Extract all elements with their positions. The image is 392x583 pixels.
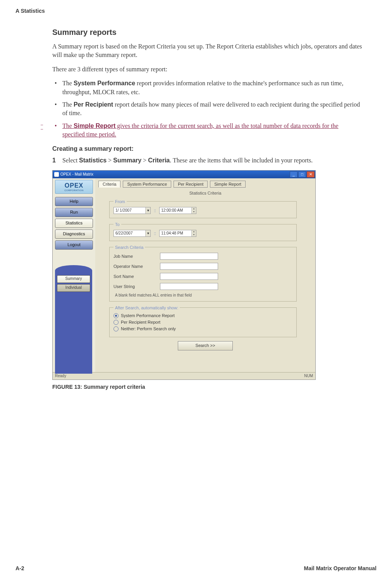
to-legend: To — [113, 222, 121, 227]
section-title: Summary reports — [52, 28, 362, 37]
tab-row: Criteria System Performance Per Recipien… — [98, 181, 312, 188]
from-legend: From — [113, 199, 127, 204]
radio-sysperf[interactable]: System Performance Report — [113, 313, 292, 318]
from-date-value: 1/ 1/2007 — [115, 208, 132, 212]
main-panel: Criteria System Performance Per Recipien… — [95, 178, 315, 372]
operator-name-input[interactable] — [160, 263, 218, 270]
window-titlebar: OPEX - Mail Matrix _ □ ✕ — [53, 171, 315, 178]
logo-text: OPEX — [65, 182, 83, 189]
sidebar-individual-button[interactable]: Individual — [57, 284, 90, 292]
step-list: 1 Select Statistics > Summary > Criteria… — [52, 156, 362, 165]
chevron-down-icon[interactable]: ▾ — [145, 207, 150, 214]
panel-title: Statistics Criteria — [98, 191, 312, 195]
bullet-list: The System Performance report provides i… — [52, 79, 362, 139]
sidebar-help-button[interactable]: Help — [55, 197, 93, 206]
insert-marker-icon: –– — [41, 122, 43, 131]
sep: > — [141, 157, 148, 164]
intro-paragraph-2: There are 3 different types of summary r… — [52, 65, 362, 74]
sidebar-logout-button[interactable]: Logout — [55, 240, 93, 250]
sort-name-label: Sort Name — [113, 274, 160, 279]
sidebar-run-button[interactable]: Run — [55, 208, 93, 217]
opex-logo: OPEX CORPORATION — [55, 180, 93, 194]
sidebar-summary-button[interactable]: Summary — [57, 275, 90, 283]
app-icon — [54, 172, 59, 177]
bullet-per-recipient: The Per Recipient report details how man… — [52, 100, 362, 118]
to-date-value: 6/22/2007 — [115, 231, 133, 235]
tab-per-recipient[interactable]: Per Recipient — [174, 181, 208, 188]
search-hint: A blank field matches ALL entries in tha… — [115, 293, 292, 297]
user-string-input[interactable] — [160, 283, 218, 290]
intro-paragraph-1: A Summary report is based on the Report … — [52, 42, 362, 60]
user-string-label: User String — [113, 284, 160, 289]
chevron-down-icon[interactable]: ▾ — [145, 230, 150, 236]
spinner-icon[interactable]: ▴▾ — [191, 207, 196, 214]
radio-neither[interactable]: Neither: Perform Search only — [113, 326, 292, 331]
sidebar: OPEX CORPORATION Help Run Statistics Dia… — [53, 178, 95, 372]
radio-label: Per Recipient Report — [121, 320, 160, 324]
search-button[interactable]: Search >> — [178, 341, 233, 350]
figure-13: OPEX - Mail Matrix _ □ ✕ OPEX CORPORATIO… — [52, 170, 316, 390]
term: System Performance — [74, 80, 135, 86]
after-legend: After Search, automatically show: — [113, 305, 180, 310]
text: The — [62, 80, 74, 86]
menu-path: Statistics — [79, 157, 107, 164]
menu-path: Summary — [113, 157, 141, 164]
to-group: To 6/22/2007 ▾ :: 11:04:48 PM ▴▾ — [109, 222, 297, 241]
from-date-input[interactable]: 1/ 1/2007 ▾ — [113, 207, 151, 214]
tab-criteria[interactable]: Criteria — [98, 181, 120, 188]
radio-label: Neither: Perform Search only — [121, 326, 176, 331]
main-content: Summary reports A Summary report is base… — [52, 23, 362, 390]
to-time-input[interactable]: 11:04:48 PM ▴▾ — [159, 230, 196, 237]
running-header: A Statistics — [15, 8, 45, 14]
from-time-input[interactable]: 12:00:00 AM ▴▾ — [159, 207, 196, 214]
bullet-system-performance: The System Performance report provides i… — [52, 79, 362, 97]
sidebar-silo: Summary Individual — [55, 265, 92, 374]
figure-caption: FIGURE 13: Summary report criteria — [52, 384, 316, 390]
to-time-value: 11:04:48 PM — [161, 231, 183, 235]
page-number: A-2 — [15, 565, 24, 571]
step-number: 1 — [52, 156, 56, 165]
spinner-icon[interactable]: ▴▾ — [191, 230, 196, 236]
from-group: From 1/ 1/2007 ▾ :: 12:00:00 AM ▴▾ — [109, 199, 297, 218]
separator: :: — [154, 231, 156, 236]
maximize-button[interactable]: □ — [298, 171, 306, 178]
sep: > — [107, 157, 113, 164]
status-left: Ready — [55, 374, 66, 378]
sidebar-diagnostics-button[interactable]: Diagnostics — [55, 229, 93, 239]
text: Select — [62, 157, 79, 164]
page-footer: A-2 Mail Matrix Operator Manual — [15, 565, 377, 571]
inserted-text: The Simple Report gives the criteria for… — [62, 122, 339, 138]
subheading: Creating a summary report: — [52, 145, 362, 152]
radio-perrecip[interactable]: Per Recipient Report — [113, 320, 292, 325]
term: Per Recipient — [74, 101, 113, 108]
step-1: 1 Select Statistics > Summary > Criteria… — [52, 156, 362, 165]
term: Simple Report — [74, 122, 115, 129]
minimize-button[interactable]: _ — [290, 171, 297, 178]
job-name-input[interactable] — [160, 253, 218, 260]
to-date-input[interactable]: 6/22/2007 ▾ — [113, 230, 151, 237]
radio-icon — [113, 313, 119, 318]
after-search-group: After Search, automatically show: System… — [109, 305, 297, 337]
job-name-label: Job Name — [113, 254, 160, 259]
logo-subtext: CORPORATION — [64, 189, 84, 191]
app-window: OPEX - Mail Matrix _ □ ✕ OPEX CORPORATIO… — [52, 170, 316, 380]
radio-label: System Performance Report — [121, 313, 175, 318]
tab-simple-report[interactable]: Simple Report — [210, 181, 246, 188]
search-legend: Search Criteria — [113, 245, 145, 250]
menu-path: Criteria — [148, 157, 170, 164]
text: The — [62, 122, 74, 129]
operator-name-label: Operator Name — [113, 264, 160, 269]
from-time-value: 12:00:00 AM — [161, 208, 183, 212]
window-title: OPEX - Mail Matrix — [60, 172, 93, 176]
search-criteria-group: Search Criteria Job Name Operator Name S… — [109, 245, 297, 302]
manual-title: Mail Matrix Operator Manual — [304, 565, 377, 571]
sort-name-input[interactable] — [160, 273, 218, 280]
radio-icon — [113, 326, 119, 331]
separator: :: — [154, 208, 156, 213]
tab-system-performance[interactable]: System Performance — [123, 181, 171, 188]
sidebar-statistics-button[interactable]: Statistics — [55, 219, 93, 228]
bullet-simple-report: –– The Simple Report gives the criteria … — [52, 122, 362, 139]
close-button[interactable]: ✕ — [307, 171, 315, 178]
status-right: NUM — [304, 374, 313, 378]
radio-icon — [113, 320, 119, 325]
